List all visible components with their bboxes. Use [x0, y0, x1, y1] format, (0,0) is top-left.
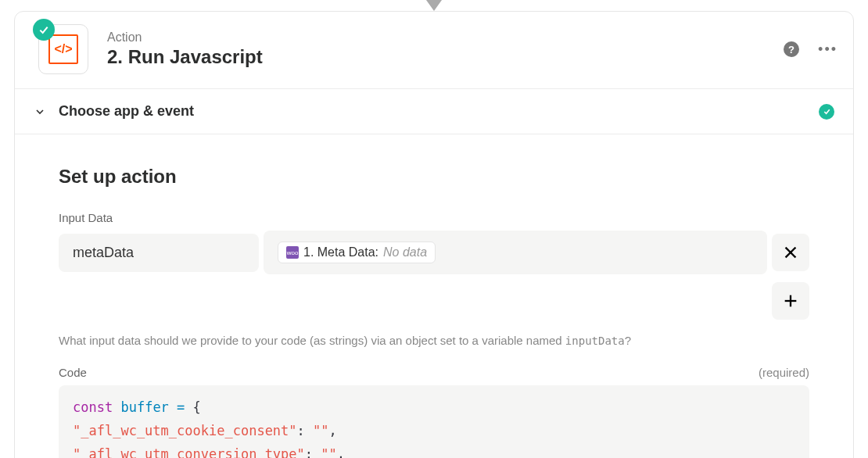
setup-title: Set up action — [59, 166, 809, 188]
input-value-field[interactable]: woo 1. Meta Data: No data — [264, 231, 767, 274]
connector-arrow-icon — [426, 0, 442, 11]
pill-prefix: 1. Meta Data: — [303, 245, 378, 259]
plus-icon — [782, 292, 799, 310]
status-check-badge — [33, 19, 55, 41]
checkmark-icon — [823, 107, 831, 116]
action-type-label: Action — [107, 30, 784, 45]
code-editor[interactable]: const buffer = { "_afl_wc_utm_cookie_con… — [59, 385, 809, 458]
choose-app-section[interactable]: Choose app & event — [15, 88, 853, 134]
input-data-label: Input Data — [59, 211, 809, 224]
input-key-field[interactable]: metaData — [59, 234, 259, 272]
data-pill[interactable]: woo 1. Meta Data: No data — [278, 242, 436, 263]
help-icon[interactable]: ? — [784, 41, 799, 57]
app-icon-box: </> — [38, 24, 88, 74]
section-status-check — [819, 104, 834, 120]
add-input-button[interactable] — [772, 282, 809, 320]
choose-app-left: Choose app & event — [34, 103, 194, 120]
action-title: 2. Run Javascript — [107, 46, 784, 68]
pill-value: No data — [383, 245, 427, 259]
hint-code-var: inputData — [565, 335, 625, 347]
card-header: </> Action 2. Run Javascript ? ••• — [15, 12, 853, 88]
more-menu-icon[interactable]: ••• — [818, 41, 838, 58]
required-label: (required) — [759, 366, 809, 379]
add-input-row — [59, 282, 809, 320]
checkmark-icon — [38, 23, 50, 36]
code-label: Code — [59, 366, 87, 379]
action-step-card: </> Action 2. Run Javascript ? ••• Choos… — [14, 11, 854, 458]
remove-input-button[interactable] — [772, 234, 809, 271]
code-field-header: Code (required) — [59, 366, 809, 379]
setup-content: Set up action Input Data metaData woo 1.… — [15, 134, 853, 458]
code-icon: </> — [48, 34, 78, 64]
header-text-block: Action 2. Run Javascript — [107, 30, 784, 68]
woo-icon: woo — [286, 246, 299, 259]
input-data-row: metaData woo 1. Meta Data: No data — [59, 231, 809, 274]
chevron-down-icon — [34, 106, 46, 118]
close-icon — [782, 244, 799, 261]
choose-app-label: Choose app & event — [59, 103, 194, 120]
header-actions: ? ••• — [784, 41, 838, 58]
input-hint-text: What input data should we provide to you… — [59, 334, 809, 347]
